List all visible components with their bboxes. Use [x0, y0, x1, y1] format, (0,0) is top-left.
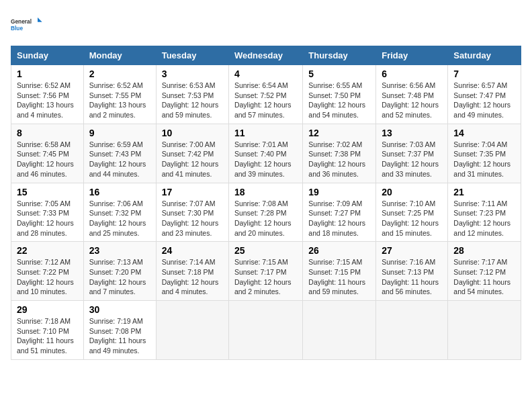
day-number: 19: [308, 187, 370, 197]
day-number: 27: [382, 245, 442, 256]
day-info: Sunrise: 7:09 AM Sunset: 7:27 PM Dayligh…: [308, 199, 370, 238]
calendar-cell: 6 Sunrise: 6:56 AM Sunset: 7:48 PM Dayli…: [376, 65, 448, 124]
calendar-cell: 3 Sunrise: 6:53 AM Sunset: 7:53 PM Dayli…: [156, 65, 228, 124]
calendar-week-5: 29 Sunrise: 7:18 AM Sunset: 7:10 PM Dayl…: [11, 301, 521, 360]
calendar-cell: 23 Sunrise: 7:13 AM Sunset: 7:20 PM Dayl…: [83, 242, 156, 301]
day-info: Sunrise: 6:58 AM Sunset: 7:45 PM Dayligh…: [17, 140, 78, 179]
calendar-cell: 8 Sunrise: 6:58 AM Sunset: 7:45 PM Dayli…: [11, 124, 84, 183]
day-info: Sunrise: 7:07 AM Sunset: 7:30 PM Dayligh…: [162, 199, 223, 238]
calendar-cell: [376, 301, 448, 360]
calendar-cell: 28 Sunrise: 7:17 AM Sunset: 7:12 PM Dayl…: [448, 242, 521, 301]
day-number: 24: [162, 245, 223, 256]
day-number: 5: [308, 68, 370, 79]
calendar-week-3: 15 Sunrise: 7:05 AM Sunset: 7:33 PM Dayl…: [11, 183, 521, 242]
header-thursday: Thursday: [303, 46, 376, 65]
calendar-cell: 22 Sunrise: 7:12 AM Sunset: 7:22 PM Dayl…: [11, 242, 84, 301]
calendar-header-row: SundayMondayTuesdayWednesdayThursdayFrid…: [11, 46, 521, 65]
day-number: 28: [453, 245, 515, 256]
day-info: Sunrise: 6:52 AM Sunset: 7:56 PM Dayligh…: [17, 81, 78, 120]
calendar-cell: 16 Sunrise: 7:06 AM Sunset: 7:32 PM Dayl…: [83, 183, 156, 242]
calendar-cell: 14 Sunrise: 7:04 AM Sunset: 7:35 PM Dayl…: [448, 124, 521, 183]
day-number: 12: [308, 128, 370, 138]
day-info: Sunrise: 6:54 AM Sunset: 7:52 PM Dayligh…: [234, 81, 297, 120]
header-wednesday: Wednesday: [228, 46, 302, 65]
day-info: Sunrise: 6:52 AM Sunset: 7:55 PM Dayligh…: [89, 81, 150, 120]
calendar-cell: [156, 301, 228, 360]
day-number: 1: [17, 68, 78, 79]
day-number: 15: [17, 187, 78, 197]
calendar-cell: 4 Sunrise: 6:54 AM Sunset: 7:52 PM Dayli…: [228, 65, 302, 124]
calendar-cell: 1 Sunrise: 6:52 AM Sunset: 7:56 PM Dayli…: [11, 65, 84, 124]
day-info: Sunrise: 7:17 AM Sunset: 7:12 PM Dayligh…: [453, 257, 515, 297]
day-info: Sunrise: 7:08 AM Sunset: 7:28 PM Dayligh…: [234, 199, 297, 238]
day-info: Sunrise: 6:55 AM Sunset: 7:50 PM Dayligh…: [308, 81, 370, 120]
day-number: 18: [234, 187, 297, 197]
svg-text:Blue: Blue: [11, 25, 23, 32]
day-number: 7: [453, 68, 515, 79]
day-info: Sunrise: 7:15 AM Sunset: 7:15 PM Dayligh…: [308, 257, 370, 297]
day-info: Sunrise: 7:03 AM Sunset: 7:37 PM Dayligh…: [382, 140, 442, 179]
day-number: 20: [382, 187, 442, 197]
day-info: Sunrise: 7:10 AM Sunset: 7:25 PM Dayligh…: [382, 199, 442, 238]
day-number: 13: [382, 128, 442, 138]
calendar-cell: 15 Sunrise: 7:05 AM Sunset: 7:33 PM Dayl…: [11, 183, 84, 242]
day-info: Sunrise: 7:01 AM Sunset: 7:40 PM Dayligh…: [234, 140, 297, 179]
svg-text:General: General: [11, 18, 32, 25]
calendar-cell: 27 Sunrise: 7:16 AM Sunset: 7:13 PM Dayl…: [376, 242, 448, 301]
day-number: 6: [382, 68, 442, 79]
page-header: General Blue: [11, 11, 521, 38]
calendar-cell: 7 Sunrise: 6:57 AM Sunset: 7:47 PM Dayli…: [448, 65, 521, 124]
day-info: Sunrise: 7:05 AM Sunset: 7:33 PM Dayligh…: [17, 199, 78, 238]
day-number: 30: [89, 304, 150, 315]
calendar-cell: 25 Sunrise: 7:15 AM Sunset: 7:17 PM Dayl…: [228, 242, 302, 301]
day-number: 29: [17, 304, 78, 315]
calendar-table: SundayMondayTuesdayWednesdayThursdayFrid…: [11, 46, 521, 360]
day-info: Sunrise: 6:59 AM Sunset: 7:43 PM Dayligh…: [89, 140, 150, 179]
day-info: Sunrise: 6:57 AM Sunset: 7:47 PM Dayligh…: [453, 81, 515, 120]
day-info: Sunrise: 7:04 AM Sunset: 7:35 PM Dayligh…: [453, 140, 515, 179]
day-info: Sunrise: 7:02 AM Sunset: 7:38 PM Dayligh…: [308, 140, 370, 179]
calendar-week-4: 22 Sunrise: 7:12 AM Sunset: 7:22 PM Dayl…: [11, 242, 521, 301]
day-number: 25: [234, 245, 297, 256]
day-number: 16: [89, 187, 150, 197]
calendar-week-2: 8 Sunrise: 6:58 AM Sunset: 7:45 PM Dayli…: [11, 124, 521, 183]
calendar-cell: [228, 301, 302, 360]
calendar-cell: 17 Sunrise: 7:07 AM Sunset: 7:30 PM Dayl…: [156, 183, 228, 242]
calendar-cell: 13 Sunrise: 7:03 AM Sunset: 7:37 PM Dayl…: [376, 124, 448, 183]
calendar-cell: 9 Sunrise: 6:59 AM Sunset: 7:43 PM Dayli…: [83, 124, 156, 183]
day-info: Sunrise: 7:12 AM Sunset: 7:22 PM Dayligh…: [17, 257, 78, 297]
calendar-cell: 24 Sunrise: 7:14 AM Sunset: 7:18 PM Dayl…: [156, 242, 228, 301]
calendar-cell: 18 Sunrise: 7:08 AM Sunset: 7:28 PM Dayl…: [228, 183, 302, 242]
calendar-cell: [448, 301, 521, 360]
day-info: Sunrise: 7:18 AM Sunset: 7:10 PM Dayligh…: [17, 316, 78, 356]
day-info: Sunrise: 7:13 AM Sunset: 7:20 PM Dayligh…: [89, 257, 150, 297]
day-number: 14: [453, 128, 515, 138]
calendar-week-1: 1 Sunrise: 6:52 AM Sunset: 7:56 PM Dayli…: [11, 65, 521, 124]
day-info: Sunrise: 7:11 AM Sunset: 7:23 PM Dayligh…: [453, 199, 515, 238]
header-tuesday: Tuesday: [156, 46, 228, 65]
day-number: 17: [162, 187, 223, 197]
calendar-cell: 11 Sunrise: 7:01 AM Sunset: 7:40 PM Dayl…: [228, 124, 302, 183]
calendar-cell: 10 Sunrise: 7:00 AM Sunset: 7:42 PM Dayl…: [156, 124, 228, 183]
calendar-cell: 2 Sunrise: 6:52 AM Sunset: 7:55 PM Dayli…: [83, 65, 156, 124]
calendar-cell: 20 Sunrise: 7:10 AM Sunset: 7:25 PM Dayl…: [376, 183, 448, 242]
day-number: 2: [89, 68, 150, 79]
day-number: 4: [234, 68, 297, 79]
calendar-cell: 30 Sunrise: 7:19 AM Sunset: 7:08 PM Dayl…: [83, 301, 156, 360]
day-number: 3: [162, 68, 223, 79]
day-info: Sunrise: 7:16 AM Sunset: 7:13 PM Dayligh…: [382, 257, 442, 297]
header-sunday: Sunday: [11, 46, 84, 65]
calendar-cell: [303, 301, 376, 360]
day-info: Sunrise: 7:06 AM Sunset: 7:32 PM Dayligh…: [89, 199, 150, 238]
day-info: Sunrise: 6:56 AM Sunset: 7:48 PM Dayligh…: [382, 81, 442, 120]
logo: General Blue: [11, 11, 44, 38]
day-number: 21: [453, 187, 515, 197]
calendar-cell: 29 Sunrise: 7:18 AM Sunset: 7:10 PM Dayl…: [11, 301, 84, 360]
logo-svg: General Blue: [11, 11, 44, 38]
day-number: 10: [162, 128, 223, 138]
day-number: 9: [89, 128, 150, 138]
header-saturday: Saturday: [448, 46, 521, 65]
day-info: Sunrise: 7:15 AM Sunset: 7:17 PM Dayligh…: [234, 257, 297, 297]
day-number: 8: [17, 128, 78, 138]
calendar-cell: 12 Sunrise: 7:02 AM Sunset: 7:38 PM Dayl…: [303, 124, 376, 183]
